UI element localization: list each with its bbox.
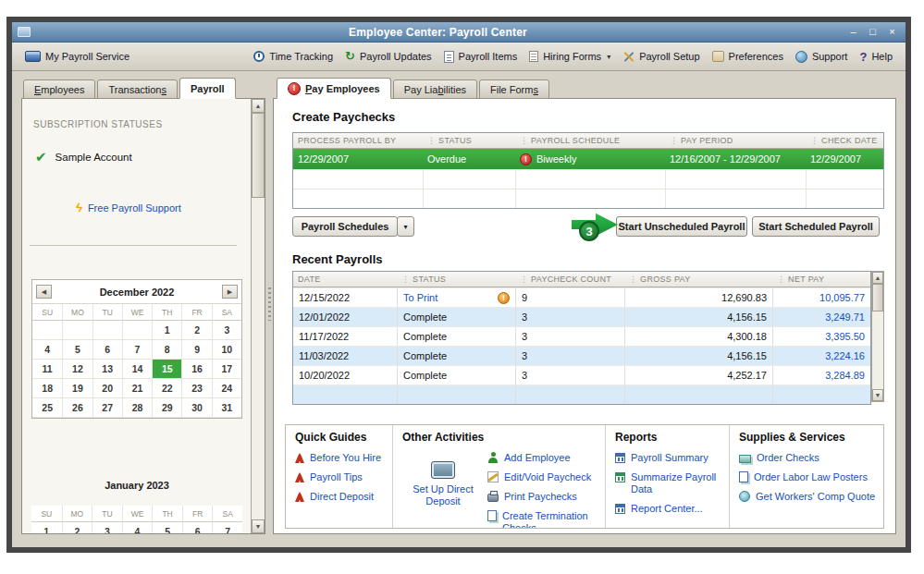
- calendar-day-cell[interactable]: 3: [92, 522, 122, 534]
- order-labor-law-posters-link[interactable]: Order Labor Law Posters: [739, 471, 880, 483]
- tab-employees[interactable]: Employees: [23, 79, 95, 99]
- my-payroll-service-button[interactable]: My Payroll Service: [25, 51, 129, 62]
- calendar-day-cell[interactable]: 27: [92, 398, 122, 418]
- calendar-day-cell[interactable]: 4: [122, 522, 153, 534]
- calendar-day-cell[interactable]: 23: [181, 379, 211, 398]
- calendar-day-cell[interactable]: 16: [181, 360, 211, 379]
- payroll-row[interactable]: 10/20/2022 Complete 3 4,252.17 3,284.89: [293, 365, 870, 385]
- maximize-button[interactable]: □: [865, 25, 881, 39]
- payroll-schedules-dropdown-button[interactable]: ▾: [397, 216, 414, 237]
- column-header: NET PAY: [772, 275, 870, 284]
- calendar-day-cell[interactable]: 17: [212, 360, 241, 379]
- payroll-row[interactable]: 11/17/2022 Complete 3 4,300.18 3,395.50: [293, 326, 870, 346]
- calendar-day-cell[interactable]: 8: [152, 340, 181, 360]
- create-termination-checks-link[interactable]: Create Termination Checks: [487, 510, 601, 528]
- before-you-hire-link[interactable]: Before You Hire: [295, 452, 388, 464]
- refresh-icon: ↻: [345, 51, 355, 62]
- sidebar-scrollbar[interactable]: ▲ ▼: [251, 99, 265, 533]
- order-checks-link[interactable]: Order Checks: [739, 452, 880, 464]
- scroll-up-icon[interactable]: ▲: [872, 272, 883, 284]
- titlebar: Employee Center: Payroll Center – □ ×: [12, 22, 906, 43]
- payroll-row[interactable]: 12/15/2022 To Print! 9 12,690.83 10,095.…: [293, 287, 870, 307]
- window-title: Employee Center: Payroll Center: [31, 26, 845, 39]
- help-button[interactable]: ?Help: [859, 50, 893, 64]
- calendar-week: 25262728293031: [32, 398, 241, 418]
- calendar-day-cell[interactable]: 6: [182, 522, 213, 534]
- calendar-day-cell[interactable]: 7: [122, 340, 152, 360]
- calendar-day-cell[interactable]: 7: [212, 522, 242, 534]
- toolbar-actions: Time Tracking ↻Payroll Updates Payroll I…: [253, 50, 893, 64]
- scrollbar-thumb[interactable]: [252, 113, 265, 198]
- calendar-day-cell[interactable]: 5: [62, 340, 92, 360]
- calendar-day-cell[interactable]: 5: [152, 522, 182, 534]
- calendar-day-cell[interactable]: 3: [212, 321, 241, 340]
- get-workers-comp-quote-link[interactable]: Get Workers' Comp Quote: [739, 491, 880, 503]
- calendar-day-cell[interactable]: 1: [31, 522, 62, 534]
- calendar-day-cell[interactable]: 4: [32, 340, 62, 360]
- calendar-day-cell[interactable]: 18: [32, 379, 62, 398]
- calendar-selected-day[interactable]: 15: [152, 360, 181, 379]
- tab-pay-employees[interactable]: ! Pay Employees: [277, 78, 391, 99]
- set-up-direct-deposit-link[interactable]: Set Up Direct Deposit: [402, 461, 484, 528]
- calendar-next-button[interactable]: ▶: [222, 285, 238, 299]
- payroll-row[interactable]: 12/01/2022 Complete 3 4,156.15 3,249.71: [293, 307, 870, 326]
- tab-pay-liabilities[interactable]: Pay Liabilities: [393, 79, 477, 99]
- payroll-schedules-button[interactable]: Payroll Schedules: [292, 216, 398, 237]
- report-center-link[interactable]: Report Center...: [615, 503, 725, 515]
- calendar-day-cell[interactable]: 22: [152, 379, 181, 398]
- payroll-updates-button[interactable]: ↻Payroll Updates: [345, 51, 432, 62]
- payroll-summary-link[interactable]: Payroll Summary: [615, 452, 725, 464]
- close-button[interactable]: ×: [884, 25, 900, 39]
- calendar-day-cell[interactable]: 21: [122, 379, 152, 398]
- calendar-day-cell[interactable]: 20: [92, 379, 122, 398]
- calendar-day-cell[interactable]: 26: [62, 398, 92, 418]
- edit-void-paycheck-link[interactable]: Edit/Void Paycheck: [487, 471, 601, 483]
- minimize-button[interactable]: –: [845, 25, 861, 39]
- payroll-row[interactable]: 11/03/2022 Complete 3 4,156.15 3,224.16: [293, 346, 870, 365]
- calendar-day-cell[interactable]: 10: [212, 340, 241, 360]
- add-employee-link[interactable]: Add Employee: [487, 452, 601, 464]
- payroll-items-button[interactable]: Payroll Items: [444, 51, 518, 63]
- calendar-day-cell[interactable]: 19: [62, 379, 92, 398]
- payroll-schedule-row[interactable]: 12/29/2007 Overdue !Biweekly 12/16/2007 …: [293, 149, 883, 169]
- tab-transactions[interactable]: Transactions: [97, 79, 178, 99]
- recent-payrolls-scrollbar[interactable]: ▲ ▼: [871, 271, 884, 402]
- calendar-day-cell[interactable]: 14: [122, 360, 152, 379]
- calendar-day-cell[interactable]: 2: [62, 522, 92, 534]
- summarize-payroll-data-link[interactable]: Summarize Payroll Data: [615, 471, 725, 495]
- start-scheduled-payroll-button[interactable]: Start Scheduled Payroll: [752, 216, 880, 237]
- calendar-day-cell[interactable]: 6: [92, 340, 122, 360]
- tab-payroll[interactable]: Payroll: [179, 78, 236, 99]
- support-button[interactable]: Support: [795, 51, 848, 63]
- scroll-down-icon[interactable]: ▼: [872, 389, 883, 401]
- panel-splitter[interactable]: [265, 77, 273, 534]
- calendar-day-cell[interactable]: 9: [181, 340, 211, 360]
- calendar-day-cell[interactable]: 30: [181, 398, 211, 418]
- calendar-day-cell[interactable]: 29: [152, 398, 181, 418]
- scrollbar-thumb[interactable]: [872, 284, 883, 311]
- payroll-tips-link[interactable]: Payroll Tips: [295, 471, 388, 483]
- hiring-forms-button[interactable]: Hiring Forms▾: [529, 51, 610, 62]
- calendar-day-cell[interactable]: 31: [212, 398, 241, 418]
- tab-file-forms[interactable]: File Forms: [479, 79, 549, 99]
- calendar-day-cell[interactable]: 11: [32, 360, 62, 379]
- sidebar: Employees Transactions Payroll SUBSCRIPT…: [21, 77, 265, 534]
- print-paychecks-link[interactable]: Print Paychecks: [487, 491, 601, 503]
- direct-deposit-link[interactable]: Direct Deposit: [295, 491, 388, 503]
- start-unscheduled-payroll-button[interactable]: Start Unscheduled Payroll: [616, 216, 747, 237]
- free-payroll-support-link[interactable]: ϟ Free Payroll Support: [76, 201, 181, 214]
- calendar-day-cell[interactable]: 24: [212, 379, 241, 398]
- scroll-down-icon[interactable]: ▼: [252, 519, 265, 533]
- scroll-up-icon[interactable]: ▲: [252, 99, 265, 113]
- calendar-day-cell[interactable]: 25: [32, 398, 62, 418]
- calendar-day-cell[interactable]: 1: [152, 321, 181, 340]
- calendar-day-cell[interactable]: 12: [62, 360, 92, 379]
- window-menu-icon[interactable]: [18, 27, 31, 37]
- calendar-day-cell[interactable]: 13: [92, 360, 122, 379]
- calendar-day-cell[interactable]: 2: [181, 321, 211, 340]
- calendar-day-cell[interactable]: 28: [122, 398, 152, 418]
- preferences-button[interactable]: Preferences: [712, 51, 783, 62]
- calendar-prev-button[interactable]: ◀: [36, 285, 52, 299]
- payroll-setup-button[interactable]: Payroll Setup: [622, 51, 699, 63]
- time-tracking-button[interactable]: Time Tracking: [253, 51, 333, 62]
